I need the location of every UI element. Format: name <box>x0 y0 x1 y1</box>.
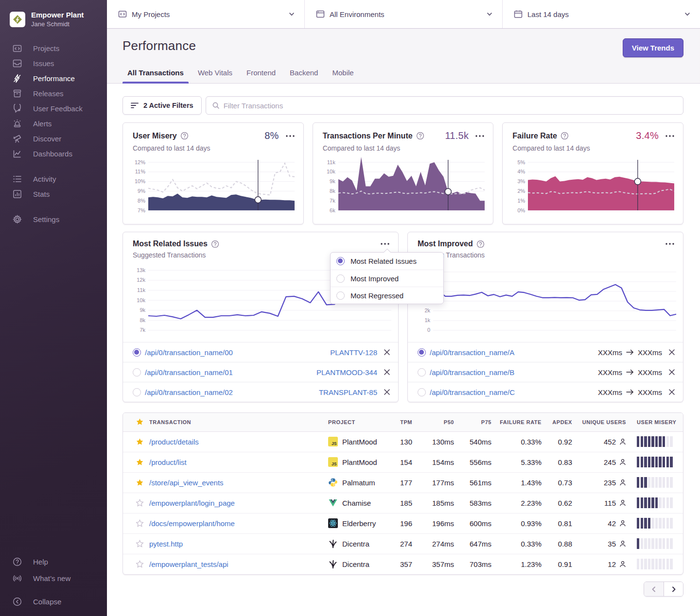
column-header-transaction[interactable]: TRANSACTION <box>149 413 328 431</box>
tab-mobile[interactable]: Mobile <box>327 68 358 84</box>
transaction-link[interactable]: /empowerplant/login_page <box>149 499 235 507</box>
menu-item-most-improved[interactable]: Most Improved <box>331 270 443 287</box>
sidebar-item-releases[interactable]: Releases <box>0 86 107 101</box>
sidebar-item-projects[interactable]: Projects <box>0 41 107 56</box>
user-misery-cell <box>629 431 683 452</box>
menu-item-most-regressed[interactable]: Most Regressed <box>331 287 443 304</box>
user-icon <box>619 540 626 547</box>
misery-bar <box>637 559 674 569</box>
help-circle-icon[interactable] <box>476 240 485 248</box>
radio-button[interactable] <box>418 348 426 357</box>
transaction-link[interactable]: /api/0/transaction_name/A <box>430 348 514 357</box>
search-input[interactable] <box>224 102 677 110</box>
menu-item-most-related-issues[interactable]: Most Related Issues <box>331 253 443 270</box>
tab-all-transactions[interactable]: All Transactions <box>122 68 189 84</box>
transaction-link[interactable]: /store/api_view_events <box>149 479 224 487</box>
transaction-link[interactable]: /docs/empowerplant/home <box>149 519 235 528</box>
star-toggle[interactable] <box>123 554 149 574</box>
next-page-button[interactable] <box>664 582 683 596</box>
sidebar-item-collapse[interactable]: Collapse <box>0 593 107 610</box>
transaction-link[interactable]: /api/0/transaction_name/01 <box>145 368 233 376</box>
widget-context-menu: Most Related Issues Most Improved Most R… <box>330 252 444 304</box>
tab-frontend[interactable]: Frontend <box>242 68 280 84</box>
close-icon[interactable] <box>668 349 675 356</box>
close-icon[interactable] <box>668 389 675 395</box>
ellipsis-menu-icon[interactable] <box>286 135 295 137</box>
star-toggle[interactable] <box>123 431 149 452</box>
radio-button[interactable] <box>133 388 141 396</box>
help-circle-icon[interactable] <box>560 132 569 140</box>
help-circle-icon[interactable] <box>416 132 424 140</box>
column-header-apdex[interactable]: APDEX <box>542 413 572 431</box>
star-toggle[interactable] <box>123 533 149 554</box>
issue-link[interactable]: TRANSPLANT-85 <box>319 388 377 396</box>
transaction-link[interactable]: /empowerplant_tests/api <box>149 560 228 568</box>
close-icon[interactable] <box>384 349 390 356</box>
column-header-project[interactable]: PROJECT <box>328 413 390 431</box>
list-item: /api/0/transaction_name/B XXXms XXXms <box>408 362 683 382</box>
project-selector[interactable]: My Projects <box>107 0 304 28</box>
sidebar-item-dashboards[interactable]: Dashboards <box>0 146 107 161</box>
close-icon[interactable] <box>384 389 390 395</box>
project-name: Dicentra <box>342 540 369 548</box>
sidebar-item-alerts[interactable]: Alerts <box>0 116 107 131</box>
issue-link[interactable]: PLANTMOOD-344 <box>316 368 377 376</box>
column-header-failure-rate[interactable]: FAILURE RATE <box>491 413 542 431</box>
daterange-selector[interactable]: Last 14 days <box>502 0 700 28</box>
transaction-link[interactable]: /api/0/transaction_name/B <box>430 368 514 376</box>
star-toggle[interactable] <box>123 472 149 493</box>
user-icon <box>619 479 626 486</box>
sidebar-item-stats[interactable]: Stats <box>0 187 107 202</box>
column-header-user-misery[interactable]: USER MISERY <box>629 413 683 431</box>
star-toggle[interactable] <box>123 493 149 513</box>
radio-button[interactable] <box>133 368 141 376</box>
column-header-unique-users[interactable]: UNIQUE USERS <box>572 413 629 431</box>
sidebar-item-activity[interactable]: Activity <box>0 171 107 187</box>
sidebar-item-whats-new[interactable]: What’s new <box>0 570 107 586</box>
transaction-link[interactable]: /api/0/transaction_name/00 <box>145 348 233 357</box>
ellipsis-menu-icon[interactable] <box>665 243 674 245</box>
close-icon[interactable] <box>668 369 675 376</box>
sidebar-item-help[interactable]: Help <box>0 553 107 570</box>
tpm-cell: 274 <box>390 533 412 554</box>
star-toggle[interactable] <box>123 452 149 472</box>
column-header-p50[interactable]: P50 <box>412 413 454 431</box>
sidebar-item-performance[interactable]: Performance <box>0 71 107 86</box>
sidebar-item-settings[interactable]: Settings <box>0 212 107 227</box>
transaction-link[interactable]: pytest.http <box>149 540 183 548</box>
previous-page-button[interactable] <box>644 582 664 596</box>
sidebar-item-discover[interactable]: Discover <box>0 131 107 146</box>
radio-button[interactable] <box>133 348 141 357</box>
close-icon[interactable] <box>384 369 390 376</box>
transaction-link[interactable]: /product/list <box>149 458 187 466</box>
help-circle-icon[interactable] <box>180 132 189 140</box>
radio-button[interactable] <box>418 368 426 376</box>
radio-button[interactable] <box>418 388 426 396</box>
ellipsis-menu-icon[interactable] <box>475 135 484 137</box>
platform-vue-icon <box>328 498 338 508</box>
sidebar-item-user-feedback[interactable]: User Feedback <box>0 101 107 116</box>
related-issues-list: /api/0/transaction_name/00 PLANTTV-128 /… <box>123 342 398 402</box>
environment-selector[interactable]: All Environments <box>304 0 502 28</box>
view-trends-button[interactable]: View Trends <box>623 38 683 57</box>
sidebar-item-label: Alerts <box>33 120 52 128</box>
issue-link[interactable]: PLANTTV-128 <box>330 348 377 357</box>
tab-backend[interactable]: Backend <box>285 68 323 84</box>
ellipsis-menu-icon[interactable] <box>381 243 389 245</box>
tab-web-vitals[interactable]: Web Vitals <box>193 68 237 84</box>
org-switcher[interactable]: Empower Plant Jane Schmidt <box>0 0 107 28</box>
active-filters-button[interactable]: 2 Active Filters <box>122 96 202 115</box>
unique-users-cell: 235 <box>572 472 629 493</box>
star-header-icon[interactable] <box>123 413 149 431</box>
unique-users-cell: 12 <box>572 554 629 574</box>
transaction-link[interactable]: /product/details <box>149 438 199 446</box>
help-circle-icon[interactable] <box>211 240 219 248</box>
help-icon <box>13 557 22 566</box>
sidebar-item-issues[interactable]: Issues <box>0 56 107 71</box>
transaction-link[interactable]: /api/0/transaction_name/C <box>430 388 515 396</box>
transaction-link[interactable]: /api/0/transaction_name/02 <box>145 388 233 396</box>
star-toggle[interactable] <box>123 513 149 533</box>
ellipsis-menu-icon[interactable] <box>665 135 674 137</box>
column-header-tpm[interactable]: TPM <box>390 413 412 431</box>
column-header-p75[interactable]: P75 <box>454 413 491 431</box>
